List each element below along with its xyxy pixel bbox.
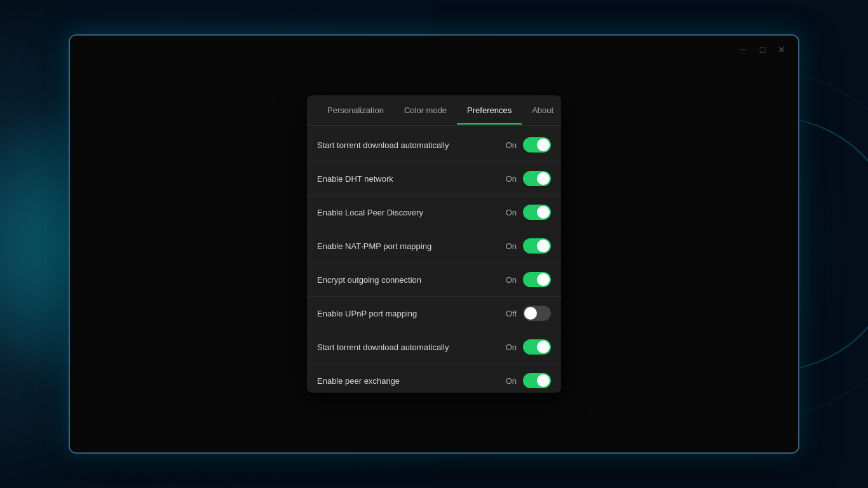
setting-status-encrypt-outgoing: On — [501, 275, 517, 285]
setting-label-enable-local-peer: Enable Local Peer Discovery — [317, 208, 501, 217]
setting-label-enable-nat-pmp: Enable NAT-PMP port mapping — [317, 241, 501, 251]
setting-right-enable-nat-pmp: On — [501, 238, 551, 254]
setting-row-encrypt-outgoing: Encrypt outgoing connectionOn — [307, 263, 561, 297]
toggle-enable-nat-pmp[interactable] — [523, 238, 551, 254]
setting-right-start-torrent-auto: On — [501, 137, 551, 152]
setting-row-enable-local-peer: Enable Local Peer DiscoveryOn — [307, 196, 561, 229]
preferences-dialog: Personalization Color mode Preferences A… — [307, 95, 561, 393]
setting-row-start-torrent-auto-2: Start torrent download automaticallyOn — [307, 330, 561, 364]
setting-label-enable-dht: Enable DHT network — [317, 174, 501, 184]
setting-label-start-torrent-auto: Start torrent download automatically — [317, 140, 501, 150]
setting-row-start-torrent-auto: Start torrent download automaticallyOn — [307, 128, 561, 162]
setting-right-enable-upnp: Off — [501, 306, 551, 321]
setting-label-enable-upnp: Enable UPnP port mapping — [317, 309, 501, 318]
setting-row-enable-peer-exchange: Enable peer exchangeOn — [307, 364, 561, 393]
setting-right-enable-dht: On — [501, 171, 551, 186]
toggle-start-torrent-auto[interactable] — [523, 137, 551, 152]
toggle-enable-upnp[interactable] — [523, 306, 551, 321]
tab-personalization[interactable]: Personalization — [317, 97, 394, 124]
setting-status-start-torrent-auto: On — [501, 140, 517, 150]
toggle-enable-dht[interactable] — [523, 171, 551, 186]
tab-preferences[interactable]: Preferences — [457, 97, 522, 124]
dialog-header: Personalization Color mode Preferences A… — [307, 95, 561, 126]
setting-status-enable-peer-exchange: On — [501, 376, 517, 386]
toggle-start-torrent-auto-2[interactable] — [523, 339, 551, 355]
setting-right-enable-local-peer: On — [501, 205, 551, 220]
dialog-tabs: Personalization Color mode Preferences A… — [317, 97, 561, 124]
setting-label-enable-peer-exchange: Enable peer exchange — [317, 376, 501, 386]
setting-row-enable-dht: Enable DHT networkOn — [307, 162, 561, 196]
toggle-enable-peer-exchange[interactable] — [523, 373, 551, 388]
dialog-body: Start torrent download automaticallyOnEn… — [307, 126, 561, 393]
toggle-enable-local-peer[interactable] — [523, 205, 551, 220]
setting-right-enable-peer-exchange: On — [501, 373, 551, 388]
setting-status-enable-dht: On — [501, 174, 517, 184]
setting-status-enable-local-peer: On — [501, 208, 517, 217]
dialog-overlay: Personalization Color mode Preferences A… — [70, 36, 798, 452]
tab-about[interactable]: About — [522, 97, 561, 124]
setting-status-enable-upnp: Off — [501, 309, 517, 318]
setting-status-start-torrent-auto-2: On — [501, 342, 517, 352]
setting-right-start-torrent-auto-2: On — [501, 339, 551, 355]
toggle-encrypt-outgoing[interactable] — [523, 272, 551, 287]
setting-row-enable-upnp: Enable UPnP port mappingOff — [307, 297, 561, 330]
tab-color-mode[interactable]: Color mode — [394, 97, 457, 124]
setting-row-enable-nat-pmp: Enable NAT-PMP port mappingOn — [307, 229, 561, 263]
setting-label-encrypt-outgoing: Encrypt outgoing connection — [317, 275, 501, 285]
setting-right-encrypt-outgoing: On — [501, 272, 551, 287]
setting-label-start-torrent-auto-2: Start torrent download automatically — [317, 342, 501, 352]
main-window: ─ □ ✕ Personalization Color mode Prefere… — [69, 34, 799, 454]
setting-status-enable-nat-pmp: On — [501, 241, 517, 251]
window-content: Personalization Color mode Preferences A… — [70, 36, 798, 452]
